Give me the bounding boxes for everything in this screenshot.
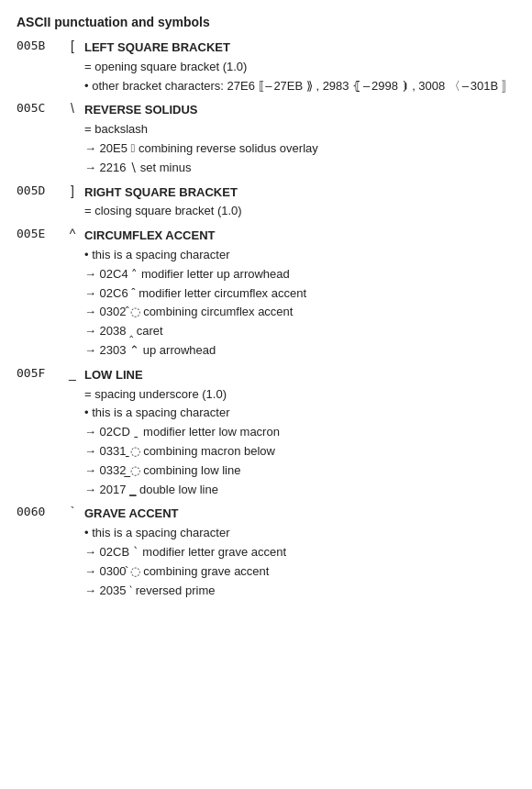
char-glyph: \	[61, 101, 84, 116]
entry-005f: 005F_LOW LINE= spacing underscore (1.0)•…	[17, 366, 515, 500]
char-name: REVERSE SOLIDUS	[84, 101, 515, 120]
entry-005b: 005B[LEFT SQUARE BRACKET= opening square…	[17, 39, 515, 95]
char-details: REVERSE SOLIDUS= backslash→ 20E5 ⃥ combi…	[84, 101, 515, 177]
char-code: 005F	[17, 366, 61, 380]
char-glyph: ]	[61, 183, 84, 198]
char-detail-line: • this is a spacing character	[84, 404, 515, 423]
entry-005d: 005D]RIGHT SQUARE BRACKET= closing squar…	[17, 183, 515, 222]
char-detail-line: → 20E5 ⃥ combining reverse solidus overl…	[84, 139, 515, 159]
char-detail-line: → 2038 ‸ caret	[84, 322, 515, 341]
char-glyph: _	[61, 366, 84, 381]
char-code: 0060	[17, 505, 61, 518]
char-detail-line: → 2216 ∖ set minus	[84, 159, 515, 178]
char-detail-line: → 02C4 ˄ modifier letter up arrowhead	[84, 265, 515, 284]
char-details: CIRCUMFLEX ACCENT• this is a spacing cha…	[84, 227, 515, 361]
char-glyph: `	[61, 505, 84, 519]
char-details: GRAVE ACCENT• this is a spacing characte…	[84, 505, 515, 600]
char-detail-line: → 2303 ⌃ up arrowhead	[84, 341, 515, 361]
char-detail-line: = spacing underscore (1.0)	[84, 385, 515, 405]
entry-005c: 005C\REVERSE SOLIDUS= backslash→ 20E5 ⃥ …	[17, 101, 515, 177]
char-code: 005C	[17, 101, 61, 115]
char-detail-line: • other bracket characters: 27E6 ⟦ – 27E…	[84, 77, 515, 96]
char-detail-line: = opening square bracket (1.0)	[84, 58, 515, 77]
char-detail-line: → 2017 ‗ double low line	[84, 481, 515, 500]
char-detail-line: → 02C6 ˆ modifier letter circumflex acce…	[84, 284, 515, 304]
char-detail-line: → 0302 ̂◌ combining circumflex accent	[84, 303, 515, 322]
char-detail-line: → 0332 ̲◌ combining low line	[84, 461, 515, 481]
char-details: LOW LINE= spacing underscore (1.0)• this…	[84, 366, 515, 500]
char-detail-line: • this is a spacing character	[84, 246, 515, 265]
char-name: RIGHT SQUARE BRACKET	[84, 183, 515, 203]
entries-container: 005B[LEFT SQUARE BRACKET= opening square…	[17, 39, 515, 600]
char-details: LEFT SQUARE BRACKET= opening square brac…	[84, 39, 515, 95]
char-detail-line: → 0300 ̀◌ combining grave accent	[84, 562, 515, 582]
char-code: 005B	[17, 39, 61, 52]
char-detail-line: = closing square bracket (1.0)	[84, 202, 515, 221]
char-details: RIGHT SQUARE BRACKET= closing square bra…	[84, 183, 515, 222]
char-name: GRAVE ACCENT	[84, 505, 515, 524]
char-detail-line: → 2035 ‵ reversed prime	[84, 582, 515, 601]
char-name: CIRCUMFLEX ACCENT	[84, 227, 515, 246]
char-detail-line: → 02CD ˍ modifier letter low macron	[84, 423, 515, 442]
entry-005e: 005E^CIRCUMFLEX ACCENT• this is a spacin…	[17, 227, 515, 361]
char-detail-line: → 0331 ̱◌ combining macron below	[84, 442, 515, 461]
char-detail-line: → 02CB ˋ modifier letter grave accent	[84, 543, 515, 562]
char-glyph: ^	[61, 227, 84, 241]
page-title: ASCII punctuation and symbols	[17, 15, 515, 29]
entry-0060: 0060`GRAVE ACCENT• this is a spacing cha…	[17, 505, 515, 600]
char-detail-line: = backslash	[84, 120, 515, 139]
char-detail-line: • this is a spacing character	[84, 524, 515, 543]
char-code: 005E	[17, 227, 61, 240]
char-code: 005D	[17, 183, 61, 197]
char-name: LEFT SQUARE BRACKET	[84, 39, 515, 58]
char-name: LOW LINE	[84, 366, 515, 385]
char-glyph: [	[61, 39, 84, 53]
